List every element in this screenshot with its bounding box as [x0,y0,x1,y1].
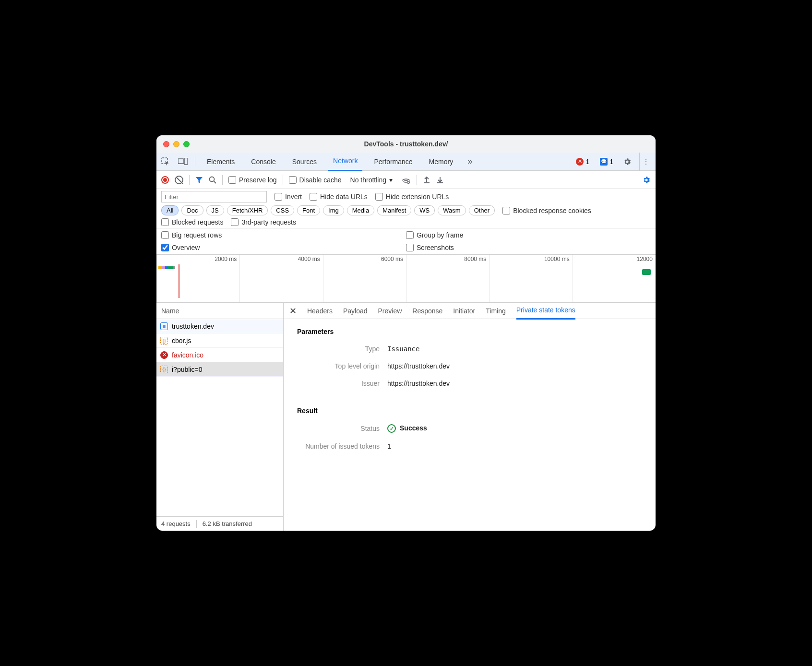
device-toolbar-icon[interactable] [178,156,188,167]
type-pill-wasm[interactable]: Wasm [438,205,466,215]
issues-badge[interactable]: 💬 1 [598,158,615,166]
kebab-menu-icon[interactable]: ⋮ [639,153,652,171]
type-pill-img[interactable]: Img [323,205,344,215]
svg-rect-1 [178,159,184,164]
timeline-tick: 6000 ms [381,256,403,262]
error-count: 1 [585,158,589,166]
big-rows-label: Big request rows [172,231,222,239]
group-by-frame-label: Group by frame [417,231,463,239]
error-badge[interactable]: ✕ 1 [574,158,591,166]
request-item-error[interactable]: ✕ favicon.ico [156,348,283,362]
request-name: cbor.js [172,337,191,345]
filter-icon[interactable] [195,176,203,184]
screenshots-label: Screenshots [417,244,454,251]
settings-icon[interactable] [622,156,633,167]
tab-performance[interactable]: Performance [369,153,417,171]
search-icon[interactable] [209,176,216,184]
timeline-overview[interactable]: 2000 ms 4000 ms 6000 ms 8000 ms 10000 ms… [156,255,656,303]
type-pill-fetch[interactable]: Fetch/XHR [227,205,268,215]
request-name: i?public=0 [172,366,202,373]
request-count: 4 requests [161,520,191,527]
request-item-selected[interactable]: {} i?public=0 [156,362,283,377]
parameters-heading: Parameters [284,319,656,340]
record-icon[interactable] [161,176,169,184]
blocked-cookies-label: Blocked response cookies [513,207,591,214]
detail-tabs: ✕ Headers Payload Preview Response Initi… [284,303,656,319]
dtab-pst[interactable]: Private state tokens [516,302,575,320]
big-rows-checkbox[interactable]: Big request rows [161,231,406,239]
dtab-headers[interactable]: Headers [307,303,333,319]
type-pill-other[interactable]: Other [469,205,495,215]
type-pill-font[interactable]: Font [297,205,320,215]
status-value: Success [387,424,427,433]
script-icon: {} [160,366,168,373]
type-pill-all[interactable]: All [161,205,179,215]
num-tokens-value: 1 [387,442,391,450]
more-tabs-icon[interactable]: » [465,156,475,167]
timeline-tick: 10000 ms [544,256,570,262]
request-item[interactable]: ≡ trusttoken.dev [156,319,283,333]
svg-point-3 [210,177,215,181]
inspect-element-icon[interactable] [160,156,171,167]
type-pill-ws[interactable]: WS [414,205,435,215]
clear-icon[interactable] [175,176,183,184]
error-icon: ✕ [160,351,168,359]
network-conditions-icon[interactable] [401,176,411,184]
type-pill-js[interactable]: JS [206,205,224,215]
close-detail-icon[interactable]: ✕ [289,306,297,316]
request-list-pane: Name ≡ trusttoken.dev {} cbor.js ✕ favic… [156,303,284,531]
request-item[interactable]: {} cbor.js [156,333,283,348]
group-by-frame-checkbox[interactable]: Group by frame [406,231,651,239]
filter-input[interactable] [161,191,267,202]
top-level-origin-value: https://trusttoken.dev [387,362,450,370]
type-pill-manifest[interactable]: Manifest [377,205,411,215]
status-label: Status [284,425,380,432]
third-party-label: 3rd-party requests [241,218,296,226]
tab-sources[interactable]: Sources [287,153,322,171]
type-value: Issuance [387,345,419,353]
blocked-cookies-checkbox[interactable]: Blocked response cookies [502,207,591,214]
panel-tabbar: Elements Console Sources Network Perform… [156,153,656,171]
invert-checkbox[interactable]: Invert [275,193,302,201]
dtab-preview[interactable]: Preview [378,303,402,319]
type-pill-css[interactable]: CSS [271,205,294,215]
timeline-segments [158,266,175,269]
tab-elements[interactable]: Elements [202,153,239,171]
network-settings-icon[interactable] [642,176,651,184]
num-tokens-label: Number of issued tokens [284,442,380,450]
result-heading: Result [284,398,656,419]
screenshots-checkbox[interactable]: Screenshots [406,244,651,251]
disable-cache-checkbox[interactable]: Disable cache [289,176,342,184]
main-split: Name ≡ trusttoken.dev {} cbor.js ✕ favic… [156,303,656,531]
chevron-down-icon: ▾ [389,176,393,184]
disable-cache-label: Disable cache [299,176,342,184]
issuer-value: https://trusttoken.dev [387,380,450,387]
upload-har-icon[interactable] [423,176,430,184]
svg-rect-2 [184,158,188,165]
detail-pane: ✕ Headers Payload Preview Response Initi… [284,303,656,531]
dtab-initiator[interactable]: Initiator [453,303,475,319]
dtab-payload[interactable]: Payload [343,303,368,319]
timeline-load-marker [179,264,179,298]
hide-data-urls-checkbox[interactable]: Hide data URLs [310,193,368,201]
download-har-icon[interactable] [436,176,444,184]
tab-console[interactable]: Console [246,153,280,171]
request-list: ≡ trusttoken.dev {} cbor.js ✕ favicon.ic… [156,319,283,516]
window-title: DevTools - trusttoken.dev/ [156,140,656,148]
throttling-dropdown[interactable]: No throttling ▾ [347,176,395,184]
request-name: trusttoken.dev [172,322,214,330]
tab-network[interactable]: Network [328,152,362,171]
timeline-tick: 12000 [637,256,653,262]
type-pill-media[interactable]: Media [347,205,374,215]
tab-memory[interactable]: Memory [424,153,458,171]
hide-extension-urls-checkbox[interactable]: Hide extension URLs [375,193,449,201]
blocked-requests-label: Blocked requests [172,218,223,226]
third-party-checkbox[interactable]: 3rd-party requests [231,218,296,226]
dtab-timing[interactable]: Timing [486,303,506,319]
network-toolbar: Preserve log Disable cache No throttling… [156,171,656,189]
preserve-log-checkbox[interactable]: Preserve log [228,176,277,184]
dtab-response[interactable]: Response [412,303,442,319]
blocked-requests-checkbox[interactable]: Blocked requests [161,218,223,226]
overview-checkbox[interactable]: Overview [161,244,406,251]
type-pill-doc[interactable]: Doc [181,205,203,215]
